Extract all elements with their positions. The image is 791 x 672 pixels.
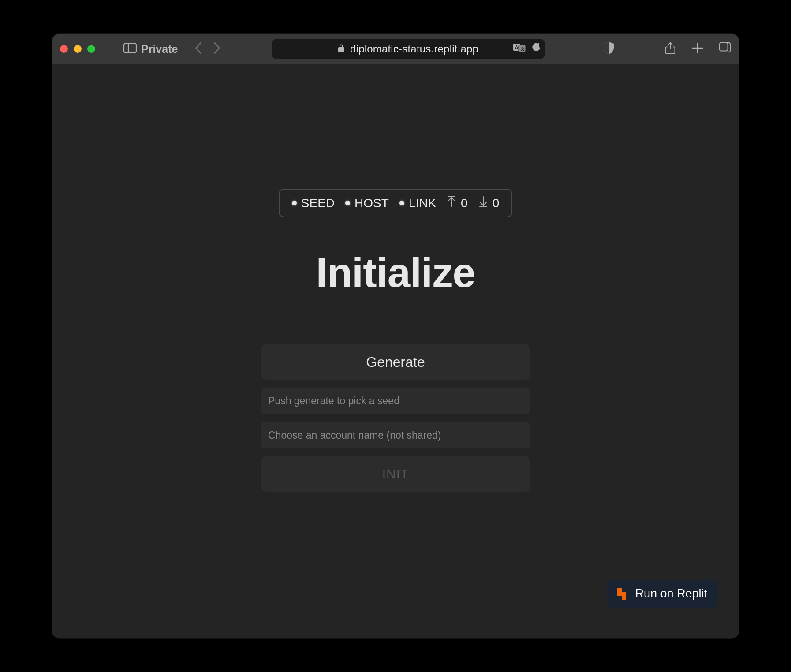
- download-count: 0: [493, 196, 500, 210]
- back-button[interactable]: [194, 41, 203, 56]
- status-dot-icon: [399, 201, 404, 205]
- replit-logo-icon: [617, 588, 628, 600]
- new-tab-icon[interactable]: [691, 42, 704, 56]
- arrow-down-icon: [478, 196, 488, 210]
- init-button[interactable]: INIT: [261, 456, 530, 492]
- tabs-overview-icon[interactable]: [719, 42, 731, 56]
- status-host: HOST: [345, 196, 389, 210]
- svg-rect-0: [124, 43, 136, 53]
- sidebar-toggle[interactable]: Private: [123, 43, 178, 56]
- page-content: SEED HOST LINK 0: [52, 64, 739, 638]
- window-close-button[interactable]: [60, 45, 68, 53]
- status-dot-icon: [345, 201, 350, 205]
- browser-window: Private diplomatic-status.replit.app: [52, 34, 739, 638]
- page-title: Initialize: [316, 249, 475, 297]
- nav-arrows: [194, 41, 222, 56]
- replit-badge[interactable]: Run on Replit: [607, 580, 718, 608]
- seed-input[interactable]: [261, 388, 530, 414]
- status-seed: SEED: [292, 196, 335, 210]
- private-label: Private: [141, 43, 178, 56]
- translate-icon[interactable]: A 文: [513, 43, 526, 55]
- traffic-lights: [60, 45, 95, 53]
- arrow-up-icon: [447, 196, 456, 210]
- replit-badge-label: Run on Replit: [635, 587, 707, 601]
- forward-button[interactable]: [212, 41, 222, 56]
- status-label: LINK: [409, 196, 436, 210]
- status-label: HOST: [354, 196, 389, 210]
- lock-icon: [338, 43, 345, 55]
- shield-icon[interactable]: [603, 41, 615, 56]
- generate-button[interactable]: Generate: [261, 344, 530, 380]
- sidebar-icon: [123, 43, 137, 55]
- reload-icon[interactable]: [532, 43, 541, 55]
- share-icon[interactable]: [664, 42, 676, 56]
- window-maximize-button[interactable]: [87, 45, 95, 53]
- account-name-input[interactable]: [261, 422, 530, 448]
- svg-rect-8: [720, 43, 728, 51]
- status-pill: SEED HOST LINK 0: [279, 189, 512, 217]
- upload-count: 0: [461, 196, 468, 210]
- browser-toolbar: Private diplomatic-status.replit.app: [52, 34, 739, 64]
- status-dot-icon: [292, 201, 297, 205]
- url-text: diplomatic-status.replit.app: [350, 43, 478, 55]
- address-bar[interactable]: diplomatic-status.replit.app A 文: [272, 39, 545, 59]
- svg-text:文: 文: [520, 47, 525, 51]
- svg-text:A: A: [515, 45, 518, 50]
- status-label: SEED: [301, 196, 335, 210]
- window-minimize-button[interactable]: [74, 45, 82, 53]
- status-upload: 0: [447, 196, 468, 210]
- init-form: Generate INIT: [261, 344, 530, 492]
- status-download: 0: [478, 196, 500, 210]
- status-link: LINK: [399, 196, 436, 210]
- toolbar-right: [664, 42, 731, 56]
